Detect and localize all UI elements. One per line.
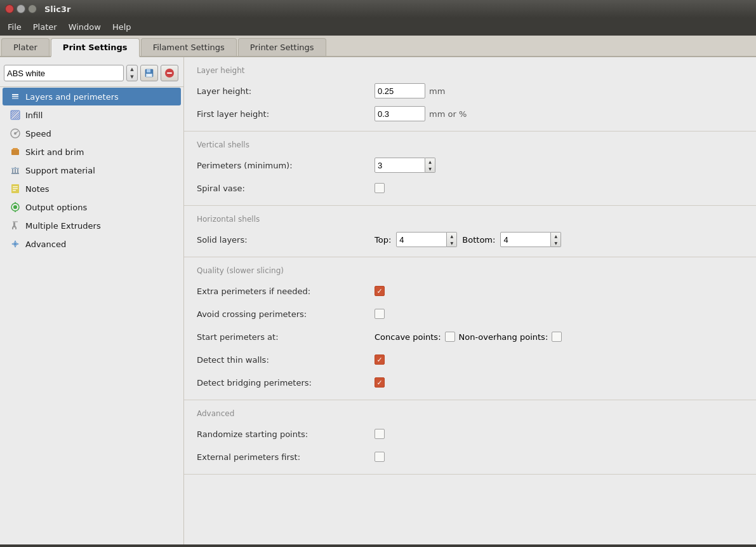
profile-up-arrow[interactable]: ▲ xyxy=(127,65,137,73)
extra-perimeters-control xyxy=(375,286,385,296)
svg-rect-7 xyxy=(12,94,18,95)
perimeters-up[interactable]: ▲ xyxy=(425,158,435,165)
save-profile-button[interactable] xyxy=(140,65,158,81)
svg-rect-26 xyxy=(12,168,13,173)
tab-print-settings[interactable]: Print Settings xyxy=(51,38,140,57)
notes-icon xyxy=(10,184,20,194)
right-panel: Layer height Layer height: mm First laye… xyxy=(184,57,756,544)
concave-checkbox[interactable] xyxy=(445,332,455,342)
detect-bridging-checkbox[interactable] xyxy=(375,377,385,388)
sidebar-item-notes[interactable]: Notes xyxy=(3,180,181,198)
bottom-up[interactable]: ▲ xyxy=(551,233,560,240)
menubar: File Plater Window Help xyxy=(0,18,756,36)
first-layer-height-label: First layer height: xyxy=(197,109,375,119)
first-layer-height-input[interactable] xyxy=(375,106,425,121)
svg-rect-23 xyxy=(11,149,19,155)
menu-plater[interactable]: Plater xyxy=(28,20,62,34)
svg-rect-28 xyxy=(17,169,18,173)
sidebar-item-advanced[interactable]: Advanced xyxy=(3,235,181,253)
perimeters-spinner: ▲ ▼ xyxy=(375,158,435,173)
section-title-horizontal-shells: Horizontal shells xyxy=(197,215,743,224)
close-button[interactable] xyxy=(5,4,14,13)
avoid-crossing-label: Avoid crossing perimeters: xyxy=(197,309,375,319)
extra-perimeters-checkbox[interactable] xyxy=(375,286,385,296)
delete-icon xyxy=(164,68,175,78)
sidebar-item-label-notes: Notes xyxy=(25,184,50,194)
extruders-icon xyxy=(10,220,20,231)
speed-icon xyxy=(10,128,20,138)
sidebar-item-output[interactable]: Output options xyxy=(3,198,181,216)
top-up[interactable]: ▲ xyxy=(447,233,456,240)
maximize-button[interactable] xyxy=(28,4,37,13)
start-perimeters-label: Start perimeters at: xyxy=(197,332,375,342)
non-overhang-checkbox[interactable] xyxy=(552,332,562,342)
external-perimeters-control xyxy=(375,452,385,462)
sidebar-item-label-advanced: Advanced xyxy=(25,240,66,249)
tab-plater[interactable]: Plater xyxy=(1,38,50,56)
tab-printer-settings[interactable]: Printer Settings xyxy=(238,38,326,56)
perimeters-down[interactable]: ▼ xyxy=(425,165,435,172)
top-spin-buttons: ▲ ▼ xyxy=(447,232,457,247)
spiral-vase-label: Spiral vase: xyxy=(197,184,375,193)
svg-rect-24 xyxy=(13,148,18,150)
bottom-layers-input[interactable] xyxy=(500,232,551,247)
spiral-vase-row: Spiral vase: xyxy=(197,180,743,196)
bottom-down[interactable]: ▼ xyxy=(551,240,560,246)
perimeters-spin-buttons: ▲ ▼ xyxy=(425,158,435,173)
advanced-icon xyxy=(10,239,20,249)
start-perimeters-control: Concave points: Non-overhang points: xyxy=(375,332,562,342)
save-icon xyxy=(144,68,154,78)
concave-label: Concave points: xyxy=(375,332,441,342)
layer-height-input[interactable] xyxy=(375,83,425,98)
perimeters-input[interactable] xyxy=(375,158,425,173)
perimeters-label: Perimeters (minimum): xyxy=(197,161,375,170)
bottom-spinner: ▲ ▼ xyxy=(500,232,561,247)
solid-layers-row: Solid layers: Top: ▲ ▼ Bottom: xyxy=(197,231,743,248)
layers-icon xyxy=(10,91,20,102)
menu-help[interactable]: Help xyxy=(107,20,136,34)
menu-window[interactable]: Window xyxy=(63,20,106,34)
profile-down-arrow[interactable]: ▼ xyxy=(127,73,137,81)
solid-layers-control: Top: ▲ ▼ Bottom: ▲ ▼ xyxy=(375,232,561,247)
randomize-checkbox[interactable] xyxy=(375,429,385,439)
solid-layers-label: Solid layers: xyxy=(197,235,375,245)
delete-profile-button[interactable] xyxy=(161,65,178,81)
detect-bridging-label: Detect bridging perimeters: xyxy=(197,378,375,388)
section-title-layer-height: Layer height xyxy=(197,66,743,75)
sidebar-item-skirt[interactable]: Skirt and brim xyxy=(3,143,181,161)
spiral-vase-control xyxy=(375,183,385,193)
section-quality: Quality (slower slicing) Extra perimeter… xyxy=(184,257,756,400)
external-perimeters-checkbox[interactable] xyxy=(375,452,385,462)
perimeters-row: Perimeters (minimum): ▲ ▼ xyxy=(197,157,743,173)
sidebar-item-layers[interactable]: Layers and perimeters xyxy=(3,88,181,105)
detect-thin-walls-control xyxy=(375,355,385,365)
svg-rect-8 xyxy=(12,96,18,97)
menu-file[interactable]: File xyxy=(3,20,27,34)
top-down[interactable]: ▼ xyxy=(447,240,456,246)
section-vertical-shells: Vertical shells Perimeters (minimum): ▲ … xyxy=(184,132,756,206)
app-title: Slic3r xyxy=(44,4,70,14)
svg-rect-1 xyxy=(147,69,150,72)
svg-rect-31 xyxy=(13,186,18,187)
spiral-vase-checkbox[interactable] xyxy=(375,183,385,193)
minimize-button[interactable] xyxy=(17,4,25,13)
avoid-crossing-control xyxy=(375,309,385,319)
sidebar-item-speed[interactable]: Speed xyxy=(3,125,181,142)
support-icon xyxy=(10,165,20,175)
start-perimeters-row: Start perimeters at: Concave points: Non… xyxy=(197,328,743,345)
first-layer-height-unit: mm or % xyxy=(429,109,467,119)
titlebar: Slic3r xyxy=(0,0,756,18)
top-layers-input[interactable] xyxy=(396,232,447,247)
randomize-control xyxy=(375,429,385,439)
svg-point-35 xyxy=(13,205,17,209)
profile-spinner[interactable]: ▲ ▼ xyxy=(126,65,138,81)
sidebar-item-support[interactable]: Support material xyxy=(3,161,181,179)
avoid-crossing-checkbox[interactable] xyxy=(375,309,385,319)
layer-height-unit: mm xyxy=(429,86,445,96)
sidebar-item-infill[interactable]: Infill xyxy=(3,106,181,124)
sidebar-item-extruders[interactable]: Multiple Extruders xyxy=(3,217,181,234)
external-perimeters-label: External perimeters first: xyxy=(197,452,375,462)
profile-combo[interactable]: ABS white xyxy=(4,65,124,81)
detect-thin-walls-checkbox[interactable] xyxy=(375,355,385,365)
tab-filament-settings[interactable]: Filament Settings xyxy=(141,38,237,56)
